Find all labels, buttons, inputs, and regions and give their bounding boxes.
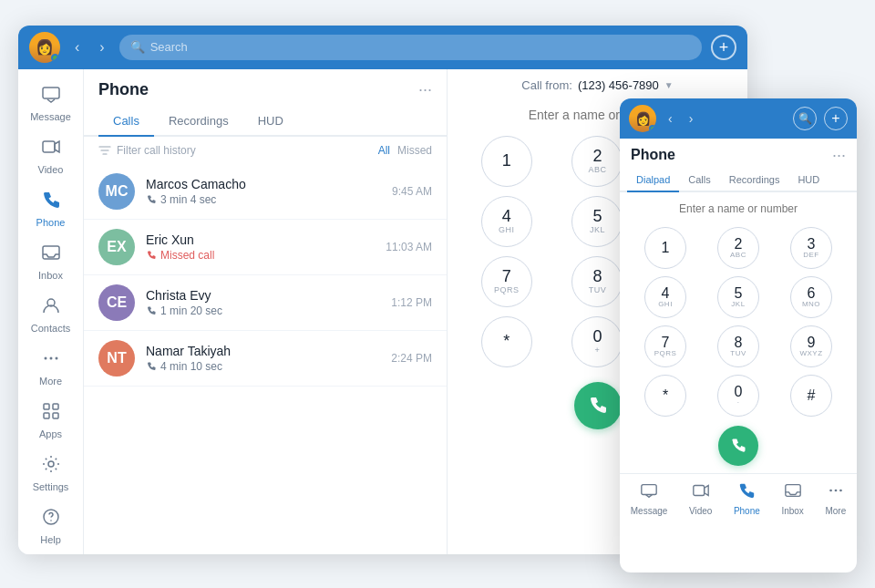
panel-title: Phone [98,80,149,99]
sec-call-button[interactable] [718,426,758,466]
sec-nav-label-message: Message [631,506,668,516]
sec-nav-item-more[interactable]: More [818,480,853,518]
sidebar-item-more[interactable]: More [18,341,83,394]
sec-dial-key[interactable]: * [644,375,686,417]
call-detail: 4 min 10 sec [146,360,380,373]
sec-dial-sub: WXYZ [799,350,822,357]
sec-add-button[interactable]: + [824,107,848,130]
sec-dial-sub: ABC [730,252,746,259]
svg-point-6 [55,356,57,359]
nav-forward-button[interactable]: › [94,36,109,59]
sec-dial-key[interactable]: 1 [644,227,686,269]
dial-key[interactable]: 5 JKL [571,196,623,247]
call-item[interactable]: MC Marcos Camacho 3 min 4 sec 9:45 AM [84,164,447,220]
tab-recordings[interactable]: Recordings [154,107,243,137]
sec-nav-back[interactable]: ‹ [664,109,677,128]
search-icon: 🔍 [130,40,145,54]
sec-tab-hud[interactable]: HUD [788,169,829,192]
sidebar-item-help[interactable]: Help [18,500,83,552]
sec-nav-label-more: More [825,506,846,516]
call-detail: 3 min 4 sec [146,193,381,206]
avatar-initials: CE [98,284,135,321]
call-item[interactable]: NT Namar Takiyah 4 min 10 sec 2:24 PM [84,331,447,387]
dropdown-arrow[interactable]: ▼ [664,80,674,90]
dial-key[interactable]: * [481,316,532,367]
sidebar-item-video[interactable]: Video [18,129,83,182]
dial-key[interactable]: 7 PQRS [481,256,532,307]
nav-back-button[interactable]: ‹ [69,36,85,59]
sec-nav-item-video[interactable]: Video [682,480,719,518]
filter-all-button[interactable]: All [378,144,390,157]
search-input[interactable] [150,40,691,54]
sec-dial-key[interactable]: 5 JKL [717,276,759,318]
sidebar-item-inbox[interactable]: Inbox [18,235,83,288]
sidebar-item-phone[interactable]: Phone [18,182,83,235]
sec-dial-sub: MNO [802,301,820,308]
sec-search-button[interactable]: 🔍 [793,107,817,130]
sidebar-item-apps[interactable]: Apps [18,394,83,447]
sec-dial-key[interactable]: 2 ABC [717,227,759,269]
sec-user-avatar[interactable]: 👩 [629,105,656,132]
sec-dial-number: 4 [662,285,670,302]
sidebar-item-settings[interactable]: Settings [18,447,83,500]
dial-key[interactable]: 4 GHI [481,196,532,247]
call-from-label: Call from: [521,78,572,92]
dial-key[interactable]: 0 + [571,316,623,367]
sec-dial-key[interactable]: 6 MNO [790,276,832,318]
sec-dial-key[interactable]: 8 TUV [717,325,759,367]
sec-dial-number: 8 [735,335,743,351]
contact-avatar: NT [98,340,135,377]
sec-dial-key[interactable]: 0 · [717,375,759,417]
panel-options-button[interactable]: ··· [418,80,432,99]
filter-label: Filter call history [117,144,196,157]
call-item[interactable]: CE Christa Evy 1 min 20 sec 1:12 PM [84,275,447,331]
sec-dial-key[interactable]: 7 PQRS [644,325,686,367]
tab-hud[interactable]: HUD [243,107,298,137]
sec-name-or-number-input[interactable] [631,202,846,215]
search-bar[interactable]: 🔍 [119,35,702,60]
sec-nav-item-message[interactable]: Message [623,480,675,518]
sec-dial-key[interactable]: 3 DEF [790,227,832,269]
more-icon [827,481,845,504]
sidebar-label-apps: Apps [39,428,62,439]
dial-key-number: * [503,333,510,351]
sec-dial-number: 5 [735,285,743,302]
sec-nav-forward[interactable]: › [685,109,698,128]
add-button[interactable]: + [711,35,736,60]
dial-key[interactable]: 2 ABC [571,136,623,187]
tab-calls[interactable]: Calls [98,107,154,137]
sidebar-item-message[interactable]: Message [18,77,83,129]
user-avatar[interactable]: 👩 [29,32,60,63]
sec-dialpad: 1 2 ABC 3 DEF 4 GHI 5 JKL 6 MNO 7 PQRS 8… [620,223,857,420]
svg-rect-15 [693,485,704,495]
sec-nav-item-phone[interactable]: Phone [726,480,767,518]
sec-nav-item-inbox[interactable]: Inbox [774,480,810,518]
dial-key-sub: + [595,346,601,355]
dial-key[interactable]: 8 TUV [571,256,623,307]
call-detail-icon [146,361,157,372]
sec-dial-key[interactable]: 4 GHI [644,276,686,318]
call-detail-icon [146,250,157,261]
svg-point-4 [44,356,46,359]
sec-tab-calls[interactable]: Calls [679,169,719,192]
call-item[interactable]: EX Eric Xun Missed call 11:03 AM [84,220,447,275]
sec-tab-dialpad[interactable]: Dialpad [627,169,679,192]
call-info: Marcos Camacho 3 min 4 sec [146,177,381,206]
sec-dial-key[interactable]: 9 WXYZ [790,325,832,367]
contact-name: Eric Xun [146,232,375,247]
dial-key[interactable]: 1 [481,136,532,187]
apps-icon [41,401,61,426]
filter-right: All Missed [378,144,432,157]
contact-name: Marcos Camacho [146,177,381,191]
call-button[interactable] [574,382,622,429]
dial-key-sub: GHI [499,226,515,234]
filter-bar: Filter call history All Missed [84,137,447,164]
filter-missed-button[interactable]: Missed [397,144,432,157]
sec-tab-recordings[interactable]: Recordings [720,169,789,192]
sidebar-item-contacts[interactable]: Contacts [18,288,83,341]
sec-dial-key[interactable]: # [790,375,832,417]
sec-dial-number: 6 [808,285,816,302]
sec-tabs: Dialpad Calls Recordings HUD [620,169,857,192]
sec-options-button[interactable]: ··· [832,146,846,165]
dial-key-number: 4 [502,208,511,226]
